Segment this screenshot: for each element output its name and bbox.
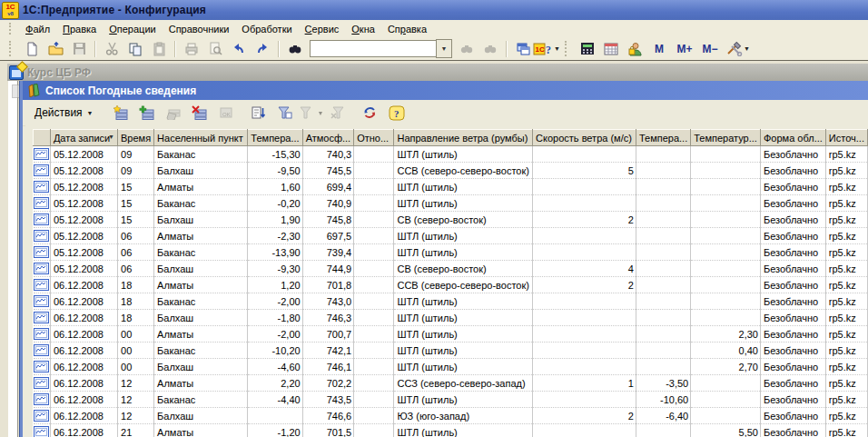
cell-time: 12 <box>118 408 154 424</box>
cell-date: 06.12.2008 <box>50 293 117 310</box>
table-row[interactable]: 05.12.200815Балхаш1,90745,8СВ (северо-во… <box>34 212 868 228</box>
menu-item-processing[interactable]: Обработки <box>235 22 298 36</box>
toolbar-gripper[interactable] <box>9 23 14 35</box>
memory-recall-button[interactable]: М <box>647 38 671 59</box>
column-header-pressure[interactable]: Атмосф... <box>302 130 354 146</box>
column-header-temp2[interactable]: Темпера... <box>636 130 690 146</box>
new-document-button[interactable] <box>21 38 43 59</box>
column-header-wind_dir[interactable]: Направление ветра (румбы) <box>394 130 533 146</box>
column-header-icon[interactable] <box>34 130 51 146</box>
cut-button[interactable] <box>101 38 123 59</box>
table-row[interactable]: 06.12.200818Алматы1,20701,8ССВ (северо-с… <box>34 277 868 293</box>
column-header-wind_speed[interactable]: Скорость ветра (м/с) <box>533 130 636 146</box>
cell-temp: 2,20 <box>248 375 302 392</box>
memory-add-button[interactable]: М+ <box>673 38 696 59</box>
background-window-title-bar[interactable]: Курс ЦБ РФ <box>7 64 868 81</box>
menu-item-edit[interactable]: Правка <box>56 22 103 36</box>
menu-item-windows[interactable]: Окна <box>345 22 381 36</box>
combobox-dropdown-button[interactable]: ▼ <box>436 39 452 58</box>
table-row[interactable]: 06.12.200818Баканас-2,00743,0ШТЛ (штиль)… <box>34 293 868 310</box>
table-row[interactable]: 06.12.200818Балхаш-1,80746,3ШТЛ (штиль)Б… <box>34 310 868 326</box>
cell-wind_dir: СВ (северо-восток) <box>394 261 533 277</box>
undo-button[interactable] <box>228 38 250 59</box>
menu-bar: Файл Правка Операции Справочники Обработ… <box>0 20 868 38</box>
menu-item-service[interactable]: Сервис <box>299 22 346 36</box>
refresh-button[interactable] <box>359 102 382 124</box>
table-row[interactable]: 06.12.200800Балхаш-4,60746,1ШТЛ (штиль)2… <box>34 359 868 375</box>
edit-button[interactable] <box>162 102 185 124</box>
filter-by-value-icon <box>277 105 293 120</box>
tools-button[interactable]: ▼ <box>724 38 753 59</box>
table-row[interactable]: 06.12.200812Баканас-4,40743,5ШТЛ (штиль)… <box>34 392 868 408</box>
find-next-button[interactable] <box>456 38 478 59</box>
column-header-date[interactable]: Дата записи▼ <box>50 130 117 146</box>
table-row[interactable]: 06.12.200821Алматы-1,20701,5ШТЛ (штиль)5… <box>34 424 868 437</box>
filter-by-value-button[interactable] <box>273 102 297 124</box>
menu-item-catalogs[interactable]: Справочники <box>163 22 236 36</box>
table-row[interactable]: 05.12.200806Алматы-2,30697,5ШТЛ (штиль)Б… <box>34 228 868 244</box>
user-lock-button[interactable] <box>624 38 646 59</box>
search-input[interactable] <box>310 40 436 57</box>
calendar-button[interactable] <box>600 38 622 59</box>
cell-icon <box>34 424 51 437</box>
print-button[interactable] <box>181 38 202 59</box>
calculator-button[interactable] <box>577 38 598 59</box>
cell-humidity <box>354 146 394 163</box>
copy-button[interactable] <box>124 38 146 59</box>
cell-time: 00 <box>118 359 154 375</box>
menu-item-file[interactable]: Файл <box>19 22 56 36</box>
column-header-humidity[interactable]: Отно... <box>354 130 394 146</box>
paste-button[interactable] <box>148 38 170 59</box>
column-header-source[interactable]: Источ... <box>825 130 867 146</box>
open-button[interactable] <box>44 38 66 59</box>
add-copy-button[interactable] <box>135 102 159 124</box>
filter-history-button[interactable]: ▼ <box>300 102 323 124</box>
cell-wind_speed: 4 <box>533 261 636 277</box>
clear-filter-button[interactable] <box>326 102 350 124</box>
add-new-button[interactable] <box>109 102 133 124</box>
redo-button[interactable] <box>252 38 273 59</box>
table-row[interactable]: 05.12.200806Баканас-13,90739,4ШТЛ (штиль… <box>34 244 868 261</box>
cell-source: rp5.kz <box>825 326 867 343</box>
column-header-temp[interactable]: Темпера... <box>248 130 302 146</box>
memory-subtract-button[interactable]: М− <box>698 38 722 59</box>
cell-wind_dir: ШТЛ (штиль) <box>394 343 533 359</box>
table-row[interactable]: 05.12.200806Балхаш-9,30744,9СВ (северо-в… <box>34 261 868 277</box>
delete-button[interactable] <box>188 102 212 124</box>
svg-text:?: ? <box>394 108 399 119</box>
actions-menu-button[interactable]: Действия ▼ <box>28 103 100 123</box>
table-row[interactable]: 05.12.200815Алматы1,60699,4ШТЛ (штиль)Бе… <box>34 179 868 195</box>
windows-button[interactable] <box>512 38 534 59</box>
table-row[interactable]: 05.12.200815Баканас-0,20740,9ШТЛ (штиль)… <box>34 195 868 212</box>
table-row[interactable]: 05.12.200809Баканас-15,30740,3ШТЛ (штиль… <box>34 146 868 163</box>
help-button[interactable]: ? <box>385 102 409 124</box>
sort-filter-button[interactable] <box>247 102 271 124</box>
menu-item-operations[interactable]: Операции <box>103 22 162 36</box>
cell-time: 09 <box>118 146 154 163</box>
print-preview-button[interactable] <box>204 38 226 59</box>
cell-source: rp5.kz <box>825 244 867 261</box>
table-row[interactable]: 05.12.200809Балхаш-9,50745,5ССВ (северо-… <box>34 163 868 179</box>
add-new-icon <box>113 105 129 120</box>
list-window-title-bar[interactable]: Список Погодные сведения <box>23 81 868 100</box>
column-header-time[interactable]: Время <box>118 130 154 146</box>
column-header-temp3[interactable]: Температур... <box>691 130 761 146</box>
table-row[interactable]: 06.12.200812Алматы2,20702,2ССЗ (северо-с… <box>34 375 868 392</box>
toolbar-gripper[interactable] <box>9 41 14 57</box>
table-row[interactable]: 06.12.200800Алматы-2,00700,7ШТЛ (штиль)2… <box>34 326 868 343</box>
toolbar-gripper[interactable] <box>565 41 569 57</box>
column-header-city[interactable]: Населенный пункт <box>154 130 248 146</box>
set-mark-button[interactable]: OK <box>214 102 238 124</box>
help-1c-button[interactable]: 1С? ▼ <box>536 38 557 59</box>
cell-city: Балхаш <box>154 212 248 228</box>
column-header-clouds[interactable]: Форма обл... <box>760 130 825 146</box>
find-button[interactable] <box>284 38 306 59</box>
table-row[interactable]: 06.12.200812Балхаш746,6ЮЗ (юго-запад)2-6… <box>34 408 868 424</box>
find-previous-button[interactable] <box>479 38 501 59</box>
cell-humidity <box>354 375 394 392</box>
save-button[interactable] <box>68 38 90 59</box>
cell-temp3 <box>691 146 761 163</box>
cell-pressure: 739,4 <box>302 244 354 261</box>
table-row[interactable]: 06.12.200800Баканас-10,20742,1ШТЛ (штиль… <box>34 343 868 359</box>
menu-item-help[interactable]: Справка <box>381 22 433 36</box>
